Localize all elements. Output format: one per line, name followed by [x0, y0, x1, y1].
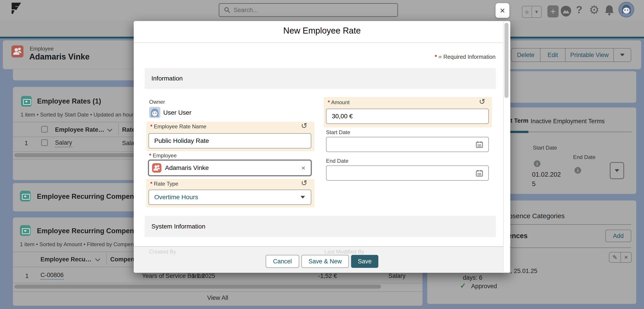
owner-label: Owner	[149, 99, 165, 105]
tab-inactive-employment-terms[interactable]: Inactive Employment Terms	[531, 118, 605, 125]
amount-input[interactable]: 30,00 €	[326, 109, 489, 124]
terms-dropdown-button[interactable]	[610, 162, 624, 179]
select-dropdown-icon	[300, 196, 306, 199]
view-all-link[interactable]: View All	[13, 294, 422, 302]
rate-type-value: Overtime Hours	[154, 194, 198, 201]
amount-label-text: Amount	[331, 99, 350, 105]
search-placeholder: Search...	[234, 7, 258, 14]
rate-type-label: * Rate Type	[150, 181, 178, 187]
info-icon[interactable]: i	[534, 160, 540, 167]
rate-type-undo-icon[interactable]: ↺	[301, 178, 308, 187]
rates-col-sort-icon[interactable]	[107, 128, 113, 132]
start-date-value: 01.02.2025	[532, 170, 563, 188]
rate-name-label-text: Employee Rate Name	[154, 124, 206, 130]
owner-value: User User	[163, 109, 192, 116]
favorites-dropdown-icon[interactable]: ▼	[532, 6, 541, 18]
recurring-comp-subtitle: 1 item • Sorted by Amount • Filtered by …	[20, 241, 148, 248]
search-icon	[224, 7, 230, 14]
recurring-id-link[interactable]: C-00806	[40, 272, 64, 280]
modal-end-date-input[interactable]	[326, 166, 489, 181]
required-asterisk: *	[150, 124, 152, 130]
information-section-label: Information	[152, 75, 183, 82]
column-divider	[118, 123, 119, 135]
quick-create-button[interactable]: +	[548, 5, 558, 18]
row-number: 1	[24, 140, 28, 147]
entry-remove-icon[interactable]: ×	[620, 252, 631, 262]
calendar-icon[interactable]	[476, 141, 483, 148]
amount-value: 30,00 €	[332, 113, 353, 120]
global-search-input[interactable]: Search...	[219, 3, 398, 17]
recurring-col-1[interactable]: Employee Recu…	[40, 256, 92, 263]
horizontal-scrollbar[interactable]	[14, 285, 381, 289]
calendar-icon[interactable]	[476, 170, 483, 177]
rate-name-input[interactable]: Public Holiday Rate	[148, 133, 311, 148]
approved-status: Approved	[471, 283, 497, 290]
modal-header-divider	[134, 42, 510, 43]
end-date-label: End Date	[573, 154, 596, 160]
add-button[interactable]: Add	[605, 230, 631, 242]
modal-scrollbar-thumb[interactable]	[504, 23, 508, 98]
start-date-label: Start Date	[533, 145, 557, 151]
modal-end-date-label: End Date	[326, 158, 348, 164]
save-and-new-button[interactable]: Save & New	[302, 255, 349, 268]
modal-start-date-input[interactable]	[326, 137, 489, 152]
record-name: Adamaris Vinke	[29, 52, 90, 62]
actions-dropdown-icon[interactable]	[613, 48, 631, 62]
recurring-comp-icon	[20, 191, 31, 202]
system-information-section-header[interactable]: System Information	[145, 216, 496, 237]
amount-undo-icon[interactable]: ↺	[479, 97, 486, 106]
row-checkbox[interactable]	[41, 139, 48, 146]
notifications-bell-icon[interactable]	[604, 4, 614, 16]
rate-name-undo-icon[interactable]: ↺	[301, 121, 308, 130]
employee-rates-icon	[21, 96, 32, 107]
employee-rates-title[interactable]: Employee Rates (1)	[37, 97, 101, 105]
help-icon[interactable]: ?	[576, 4, 582, 16]
edit-button[interactable]: Edit	[540, 48, 565, 62]
modal-footer: Created By Last Modified By Cancel Save …	[134, 246, 510, 273]
new-employee-rate-modal: New Employee Rate * = Required Informati…	[134, 21, 510, 273]
save-button[interactable]: Save	[351, 255, 378, 268]
approved-check-icon: ✓	[460, 282, 466, 290]
favorite-star-icon[interactable]: ★	[522, 6, 532, 18]
information-section-header[interactable]: Information	[145, 68, 496, 89]
delete-button[interactable]: Delete	[512, 48, 540, 62]
rates-col-name[interactable]: Employee Rate…	[55, 126, 104, 133]
recurring-type-link[interactable]: Salary	[388, 272, 406, 280]
rate-type-select[interactable]: Overtime Hours	[148, 190, 311, 205]
recurring-amount-cell: -1,52 €	[318, 272, 337, 280]
divider	[13, 283, 422, 283]
owner-avatar	[149, 107, 160, 118]
rate-name-link[interactable]: Salary	[55, 139, 72, 147]
modal-close-icon[interactable]: ×	[496, 3, 510, 18]
absence-days: days: 6	[463, 274, 482, 281]
printable-view-button[interactable]: Printable View	[565, 48, 613, 62]
salesforce-logo	[8, 2, 24, 15]
employee-pill-icon	[152, 163, 162, 172]
system-information-label: System Information	[152, 223, 205, 230]
required-asterisk: *	[328, 99, 330, 105]
entry-edit-pencil-icon[interactable]: ✎	[609, 252, 620, 262]
info-icon[interactable]: i	[574, 167, 581, 174]
last-modified-by-label: Last Modified By	[324, 249, 364, 255]
global-header: Search... ★ ▼ + ? ⚙	[0, 0, 644, 20]
divider	[13, 291, 422, 292]
recurring-date-cell: 1.2.2025	[192, 272, 215, 280]
cancel-button[interactable]: Cancel	[266, 255, 299, 268]
trailhead-icon[interactable]	[560, 5, 572, 17]
employee-lookup-pill[interactable]: Adamaris Vinke ×	[148, 160, 311, 176]
user-avatar[interactable]	[618, 2, 634, 18]
absence-entry-date: , 25.01.25	[510, 268, 537, 274]
required-info-note: * = Required Information	[435, 54, 496, 60]
row-number: 1	[25, 272, 28, 280]
setup-gear-icon[interactable]: ⚙	[589, 3, 600, 16]
rate-type-label-text: Rate Type	[154, 181, 178, 187]
employee-record-icon	[12, 46, 24, 58]
employee-clear-icon[interactable]: ×	[301, 164, 306, 172]
required-asterisk: *	[150, 181, 152, 187]
favorites-control[interactable]: ★ ▼	[522, 6, 542, 18]
recurring-comp-icon-2	[20, 225, 31, 236]
record-action-group: Delete Edit Printable View	[511, 48, 631, 62]
recurring-col-sort-icon[interactable]	[95, 258, 100, 262]
absence-categories-heading: Absence Categories	[504, 212, 564, 220]
select-all-checkbox[interactable]	[41, 126, 48, 132]
